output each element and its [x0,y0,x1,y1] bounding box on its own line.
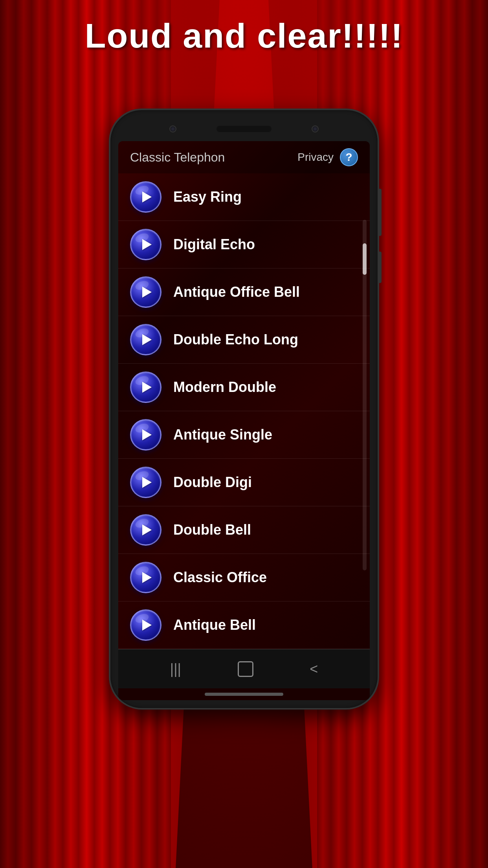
ringtone-name: Antique Bell [173,617,256,633]
ringtone-name: Classic Office [173,569,267,586]
ringtone-name: Double Bell [173,522,251,538]
nav-home-icon[interactable] [238,661,253,677]
ringtone-name: Double Echo Long [173,331,298,348]
page-headline: Loud and clear!!!!! [0,16,488,56]
phone-nav-bar: ||| < [118,649,370,688]
ringtone-name: Antique Office Bell [173,284,300,300]
ringtone-list: Easy RingDigital EchoAntique Office Bell… [118,173,370,649]
play-button[interactable] [130,324,161,355]
scrollbar-thumb[interactable] [363,243,367,275]
app-header: Classic Telephon Privacy ? [118,141,370,173]
screen-content: Classic Telephon Privacy ? Easy RingDigi… [118,141,370,649]
bottom-notch [118,688,370,700]
header-right: Privacy ? [297,148,358,166]
side-button-1 [378,189,382,236]
ringtone-name: Double Digi [173,474,252,491]
play-button[interactable] [130,229,161,260]
phone-outer: Classic Telephon Privacy ? Easy RingDigi… [110,110,378,708]
front-camera [169,125,176,132]
nav-menu-icon[interactable]: ||| [170,661,181,677]
play-button[interactable] [130,276,161,308]
ringtone-item[interactable]: Double Bell [118,506,370,554]
sensor [312,125,319,132]
ringtone-item[interactable]: Antique Office Bell [118,268,370,316]
play-button[interactable] [130,609,161,641]
play-button[interactable] [130,562,161,593]
play-triangle-icon [142,191,152,202]
ringtone-name: Antique Single [173,427,272,443]
ringtone-name: Modern Double [173,379,276,395]
play-triangle-icon [142,524,152,535]
ringtone-item[interactable]: Antique Single [118,411,370,459]
play-triangle-icon [142,429,152,440]
nav-back-icon[interactable]: < [310,661,318,677]
play-button[interactable] [130,419,161,451]
ringtone-item[interactable]: Easy Ring [118,173,370,221]
earpiece-speaker [216,126,272,132]
play-button[interactable] [130,467,161,498]
ringtone-name: Digital Echo [173,236,255,253]
ringtone-item[interactable]: Double Echo Long [118,316,370,364]
help-button[interactable]: ? [340,148,358,166]
play-triangle-icon [142,620,152,631]
phone-top-bar [118,118,370,140]
ringtone-item[interactable]: Classic Office [118,554,370,601]
play-triangle-icon [142,287,152,298]
play-triangle-icon [142,334,152,345]
phone-screen: Classic Telephon Privacy ? Easy RingDigi… [118,141,370,700]
privacy-link[interactable]: Privacy [297,151,334,164]
play-button[interactable] [130,371,161,403]
play-triangle-icon [142,239,152,250]
ringtone-item[interactable]: Antique Bell [118,601,370,649]
side-button-2 [378,252,382,283]
play-triangle-icon [142,382,152,393]
bottom-indicator-bar [205,693,283,696]
play-button[interactable] [130,514,161,546]
ringtone-item[interactable]: Modern Double [118,364,370,411]
ringtone-item[interactable]: Digital Echo [118,221,370,268]
phone-mockup: Classic Telephon Privacy ? Easy RingDigi… [110,110,378,708]
ringtone-item[interactable]: Double Digi [118,459,370,506]
play-triangle-icon [142,477,152,488]
scrollbar[interactable] [363,220,367,570]
ringtone-name: Easy Ring [173,189,242,205]
play-button[interactable] [130,181,161,213]
play-triangle-icon [142,572,152,583]
app-title: Classic Telephon [130,150,225,165]
